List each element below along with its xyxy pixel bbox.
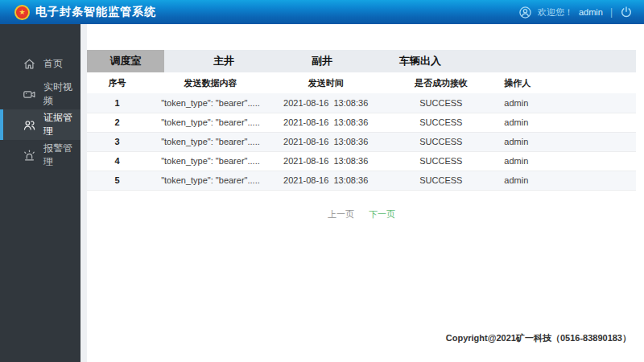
sidebar-item-label: 证据管理 [43,111,80,138]
prev-page-link[interactable]: 上一页 [328,209,354,219]
cell-operator: admin [504,151,636,171]
tab-vehicle-access[interactable]: 车辆出入 [382,50,459,72]
cell-status: SUCCESS [378,132,504,151]
cell-content: "token_type": "bearer"..... [147,171,274,190]
cell-operator: admin [504,113,636,132]
username: admin [579,7,603,17]
users-icon [23,118,36,132]
header-brand: ★ 电子封条智能监管系统 [14,5,156,20]
copyright-text: Copyright@2021矿一科技（0516-83890183） [446,332,631,344]
app-window: ★ 电子封条智能监管系统 欢迎您！ admin | [0,0,644,362]
cell-content: "token_type": "bearer"..... [147,93,274,113]
sidebar-item-live-video[interactable]: 实时视频 [0,79,80,109]
cell-status: SUCCESS [378,93,504,113]
table-row: 2 "token_type": "bearer"..... 2021-08-16… [87,113,636,132]
video-camera-icon [23,88,36,101]
next-page-link[interactable]: 下一页 [369,209,395,219]
user-circle-icon [518,6,532,19]
sidebar-item-home[interactable]: 首页 [0,48,80,79]
cell-content: "token_type": "bearer"..... [147,151,274,171]
cell-status: SUCCESS [378,151,504,171]
app-title: 电子封条智能监管系统 [35,5,156,19]
column-header-no: 序号 [87,72,147,93]
sidebar-item-label: 实时视频 [43,80,80,108]
column-header-operator: 操作人 [504,72,636,93]
tab-dispatch-room[interactable]: 调度室 [87,50,164,72]
table-row: 3 "token_type": "bearer"..... 2021-08-16… [87,132,636,151]
power-icon[interactable] [620,6,633,19]
table-row: 5 "token_type": "bearer"..... 2021-08-16… [87,171,636,190]
sidebar-item-alarm[interactable]: 报警管理 [0,140,80,171]
cell-time: 2021-08-16 13:08:36 [274,171,378,190]
cell-operator: admin [504,132,636,151]
pagination: 上一页下一页 [87,208,636,220]
cell-operator: admin [504,93,636,113]
alarm-icon [23,149,36,162]
table-header-row: 序号 发送数据内容 发送时间 是否成功接收 操作人 [87,72,636,93]
sidebar-item-label: 首页 [43,57,63,71]
cell-time: 2021-08-16 13:08:36 [274,151,378,171]
sidebar: 首页 实时视频 [0,24,80,362]
cell-time: 2021-08-16 13:08:36 [274,93,378,113]
cell-no: 3 [87,132,147,151]
column-header-content: 发送数据内容 [147,72,274,93]
sidebar-item-label: 报警管理 [43,142,80,169]
welcome-text: 欢迎您！ [538,6,573,19]
table-row: 4 "token_type": "bearer"..... 2021-08-16… [87,151,636,171]
sidebar-item-evidence[interactable]: 证据管理 [0,109,80,140]
data-table: 序号 发送数据内容 发送时间 是否成功接收 操作人 1 "token_type"… [87,72,636,191]
column-header-status: 是否成功接收 [378,72,504,93]
cell-operator: admin [504,171,636,190]
cell-time: 2021-08-16 13:08:36 [274,132,378,151]
cell-content: "token_type": "bearer"..... [147,113,274,132]
header-user-area: 欢迎您！ admin | [518,6,633,19]
main-content: 调度室 主井 副井 车辆出入 序号 发送数据内容 发送时间 是否成功接收 操作人 [80,24,644,362]
top-header: ★ 电子封条智能监管系统 欢迎您！ admin | [0,0,644,24]
cell-no: 2 [87,113,147,132]
national-emblem-logo: ★ [14,5,30,20]
cell-no: 1 [87,93,147,113]
header-divider: | [610,6,613,18]
cell-no: 5 [87,171,147,190]
cell-no: 4 [87,151,147,171]
home-icon [23,57,36,71]
column-header-time: 发送时间 [274,72,378,93]
tab-aux-shaft[interactable]: 副井 [283,50,361,72]
table-row: 1 "token_type": "bearer"..... 2021-08-16… [87,93,636,113]
cell-time: 2021-08-16 13:08:36 [274,113,378,132]
cell-status: SUCCESS [378,113,504,132]
cell-status: SUCCESS [378,171,504,190]
tab-bar: 调度室 主井 副井 车辆出入 [87,50,636,72]
cell-content: "token_type": "bearer"..... [147,132,274,151]
tab-main-shaft[interactable]: 主井 [185,50,262,72]
